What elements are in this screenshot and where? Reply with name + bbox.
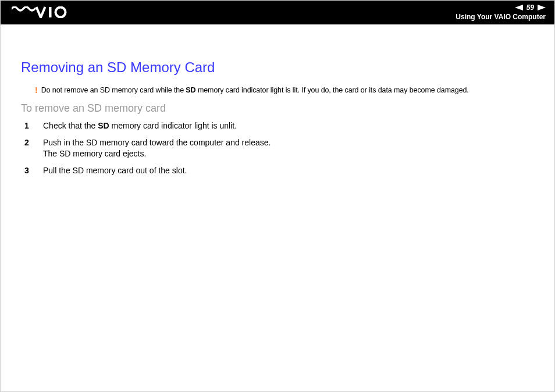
- svg-marker-3: [538, 5, 546, 10]
- step-text-bold: SD: [98, 121, 109, 130]
- step-text-line2: The SD memory card ejects.: [43, 149, 146, 158]
- header-bar: 59 Using Your VAIO Computer: [0, 0, 555, 24]
- step-body: Pull the SD memory card out of the slot.: [43, 165, 187, 176]
- step-number: 1: [24, 120, 33, 131]
- step-1: 1 Check that the SD memory card indicato…: [21, 120, 534, 131]
- prev-page-arrow-icon[interactable]: [515, 5, 523, 10]
- warning-text-post: memory card indicator light is lit. If y…: [196, 86, 469, 94]
- step-text: Pull the SD memory card out of the slot.: [43, 166, 187, 175]
- step-number: 3: [24, 165, 33, 176]
- step-2: 2 Push in the SD memory card toward the …: [21, 137, 534, 159]
- svg-rect-0: [49, 7, 52, 17]
- svg-point-1: [56, 8, 66, 17]
- section-label: Using Your VAIO Computer: [456, 13, 546, 21]
- step-text-line1: Push in the SD memory card toward the co…: [43, 138, 271, 147]
- step-body: Push in the SD memory card toward the co…: [43, 137, 271, 159]
- next-page-arrow-icon[interactable]: [538, 5, 546, 10]
- vaio-logo: [12, 6, 76, 18]
- warning-text-bold: SD: [186, 86, 195, 94]
- steps-list: 1 Check that the SD memory card indicato…: [21, 120, 534, 176]
- warning-icon: !: [35, 86, 38, 94]
- page-title: Removing an SD Memory Card: [21, 59, 534, 76]
- warning-text-pre: Do not remove an SD memory card while th…: [41, 86, 186, 94]
- warning-text: Do not remove an SD memory card while th…: [41, 86, 469, 94]
- step-3: 3 Pull the SD memory card out of the slo…: [21, 165, 534, 176]
- warning-note: ! Do not remove an SD memory card while …: [35, 86, 534, 94]
- step-text-post: memory card indicator light is unlit.: [109, 121, 237, 130]
- page-number: 59: [526, 3, 534, 12]
- header-right: 59 Using Your VAIO Computer: [456, 3, 546, 21]
- step-body: Check that the SD memory card indicator …: [43, 120, 237, 131]
- svg-marker-2: [515, 5, 523, 10]
- subheading: To remove an SD memory card: [21, 102, 534, 115]
- step-number: 2: [24, 137, 33, 148]
- page-nav: 59: [515, 3, 546, 12]
- step-text-pre: Check that the: [43, 121, 98, 130]
- page-content: Removing an SD Memory Card ! Do not remo…: [0, 24, 555, 176]
